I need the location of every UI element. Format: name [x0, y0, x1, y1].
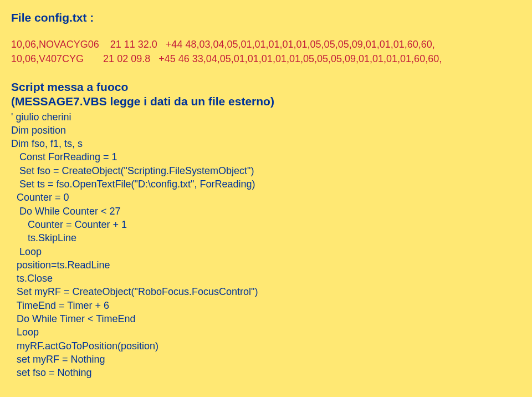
- data-line-1-col2: 21 11 32.0: [110, 38, 157, 51]
- code-line: Counter = 0: [11, 191, 521, 204]
- code-line: Set ts = fso.OpenTextFile("D:\config.txt…: [11, 177, 521, 191]
- code-line: myRF.actGoToPosition(position): [11, 339, 521, 353]
- subtitle-block: Script messa a fuoco (MESSAGE7.VBS legge…: [11, 80, 521, 108]
- code-line: Do While Timer < TimeEnd: [11, 312, 521, 325]
- code-line: Loop: [11, 325, 521, 339]
- code-line: Dim fso, f1, ts, s: [11, 137, 521, 150]
- data-spacer: [157, 38, 166, 51]
- page-title: File config.txt :: [11, 11, 521, 24]
- code-line: Set myRF = CreateObject("RoboFocus.Focus…: [11, 285, 521, 298]
- code-line: ts.Close: [11, 272, 521, 285]
- code-line: Const ForReading = 1: [11, 150, 521, 164]
- code-line: Counter = Counter + 1: [11, 218, 521, 231]
- subtitle-line2: (MESSAGE7.VBS legge i dati da un file es…: [11, 95, 521, 108]
- data-lines-block: 10,06,NOVACYG06 21 11 32.0 +44 48,03,04,…: [11, 38, 521, 66]
- data-spacer: [150, 52, 158, 65]
- data-line-1-col1: 10,06,NOVACYG06: [11, 38, 99, 51]
- data-line-1: 10,06,NOVACYG06 21 11 32.0 +44 48,03,04,…: [11, 38, 521, 51]
- data-line-2: 10,06,V407CYG 21 02 09.8 +45 46 33,04,05…: [11, 52, 521, 65]
- code-line: ' giulio cherini: [11, 110, 521, 124]
- data-spacer: [99, 38, 110, 51]
- code-line: set fso = Nothing: [11, 366, 521, 379]
- data-spacer: [84, 52, 103, 65]
- code-line: Set fso = CreateObject("Scripting.FileSy…: [11, 164, 521, 177]
- subtitle-line1: Script messa a fuoco: [11, 80, 521, 94]
- code-line: TimeEnd = Timer + 6: [11, 299, 521, 312]
- code-line: Do While Counter < 27: [11, 205, 521, 218]
- code-line: set myRF = Nothing: [11, 353, 521, 366]
- code-line: Dim position: [11, 124, 521, 137]
- data-line-2-col1: 10,06,V407CYG: [11, 52, 84, 65]
- code-block: ' giulio cherini Dim position Dim fso, f…: [11, 110, 521, 380]
- data-line-1-col3: +44 48,03,04,05,01,01,01,01,01,05,05,05,…: [166, 38, 435, 51]
- data-line-2-col3: +45 46 33,04,05,01,01,01,01,01,05,05,05,…: [158, 52, 442, 65]
- code-line: Loop: [11, 245, 521, 258]
- code-line: position=ts.ReadLine: [11, 258, 521, 272]
- code-line: ts.SkipLine: [11, 231, 521, 245]
- data-line-2-col2: 21 02 09.8: [103, 52, 150, 65]
